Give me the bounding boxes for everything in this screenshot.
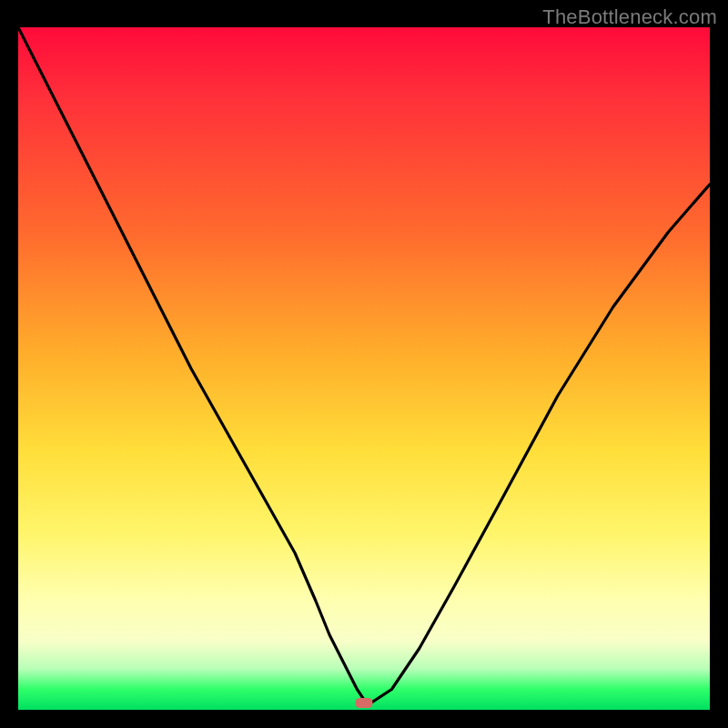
optimum-marker — [356, 699, 372, 708]
curve-svg — [18, 27, 710, 710]
chart-frame: TheBottleneck.com — [0, 0, 728, 728]
watermark-text: TheBottleneck.com — [542, 5, 717, 29]
bottleneck-curve — [18, 27, 710, 703]
plot-area — [18, 27, 710, 710]
